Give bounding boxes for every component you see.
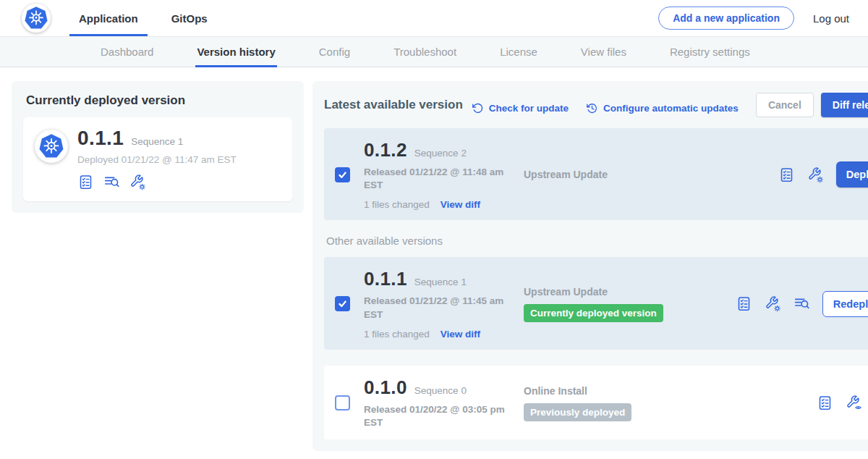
checkmark-icon bbox=[337, 169, 348, 180]
diff-action-buttons: Cancel Diff releases bbox=[756, 93, 868, 117]
redeploy-button[interactable]: Redeploy bbox=[822, 291, 868, 317]
subnav-config[interactable]: Config bbox=[318, 37, 352, 67]
version-checkbox[interactable] bbox=[335, 296, 350, 311]
other-versions-title: Other available versions bbox=[326, 235, 868, 247]
add-new-application-button[interactable]: Add a new application bbox=[658, 7, 794, 30]
subnav-version-history[interactable]: Version history bbox=[195, 37, 276, 67]
refresh-icon bbox=[472, 102, 484, 114]
files-changed-label: 1 files changed bbox=[364, 329, 430, 340]
version-row-0-1-2: 0.1.2 Sequence 2 Released 01/21/22 @ 11:… bbox=[324, 128, 868, 220]
source-label: Online Install bbox=[524, 385, 817, 397]
version-sequence-label: Sequence 0 bbox=[414, 385, 467, 396]
logout-link[interactable]: Log out bbox=[813, 12, 849, 25]
edit-config-icon[interactable] bbox=[765, 295, 781, 312]
edit-config-icon[interactable] bbox=[807, 167, 824, 183]
subnav-registry-settings[interactable]: Registry settings bbox=[668, 37, 752, 67]
version-source: Upstream Update bbox=[518, 169, 778, 180]
files-changed-label: 1 files changed bbox=[364, 199, 430, 210]
preflight-checks-icon[interactable] bbox=[817, 395, 833, 411]
deploy-button[interactable]: Deploy bbox=[836, 161, 868, 188]
configure-automatic-updates-link[interactable]: Configure automatic updates bbox=[586, 102, 739, 114]
deployed-panel-title: Currently deployed version bbox=[26, 93, 292, 108]
view-config-icon[interactable] bbox=[846, 395, 862, 411]
subnav-troubleshoot[interactable]: Troubleshoot bbox=[392, 37, 458, 67]
check-for-update-link[interactable]: Check for update bbox=[472, 102, 569, 114]
kubernetes-icon bbox=[38, 133, 64, 159]
version-number: 0.1.1 bbox=[364, 268, 407, 290]
version-source: Online Install Previously deployed bbox=[518, 385, 817, 421]
checkmark-icon bbox=[337, 298, 348, 309]
diff-releases-button[interactable]: Diff releases bbox=[821, 93, 868, 117]
source-label: Upstream Update bbox=[524, 286, 736, 298]
diff-summary: 1 files changed View diff bbox=[364, 329, 518, 340]
top-nav-right: Add a new application Log out bbox=[658, 0, 849, 36]
version-info: 0.1.2 Sequence 2 Released 01/21/22 @ 11:… bbox=[364, 139, 518, 210]
available-versions-panel: Latest available version Check for updat… bbox=[312, 81, 868, 451]
version-info: 0.1.1 Sequence 1 Released 01/21/22 @ 11:… bbox=[364, 268, 518, 339]
released-timestamp: Released 01/21/22 @ 11:48 am EST bbox=[364, 166, 507, 192]
diff-summary: 1 files changed View diff bbox=[364, 199, 518, 210]
view-diff-link[interactable]: View diff bbox=[441, 329, 480, 340]
kubernetes-icon bbox=[24, 6, 48, 30]
deployed-version-number: 0.1.1 bbox=[77, 127, 124, 150]
version-number: 0.1.2 bbox=[364, 139, 407, 161]
configure-automatic-updates-label: Configure automatic updates bbox=[603, 103, 739, 114]
version-row-0-1-0: 0.1.0 Sequence 0 Released 01/20/22 @ 03:… bbox=[324, 366, 868, 439]
source-label: Upstream Update bbox=[524, 169, 778, 180]
auto-update-schedule-icon bbox=[586, 102, 598, 114]
version-checkbox[interactable] bbox=[335, 167, 350, 182]
subnav-dashboard[interactable]: Dashboard bbox=[99, 37, 155, 67]
subnav-view-files[interactable]: View files bbox=[579, 37, 628, 67]
check-for-update-label: Check for update bbox=[489, 103, 569, 114]
cancel-button[interactable]: Cancel bbox=[756, 93, 814, 117]
version-source: Upstream Update Currently deployed versi… bbox=[518, 286, 736, 322]
tab-application-label: Application bbox=[79, 12, 138, 25]
latest-available-title: Latest available version bbox=[324, 98, 463, 112]
deployed-sequence-label: Sequence 1 bbox=[131, 136, 183, 147]
version-actions bbox=[817, 395, 868, 411]
tab-application[interactable]: Application bbox=[69, 0, 148, 36]
version-checkbox[interactable] bbox=[335, 395, 350, 410]
deployed-action-icons bbox=[77, 174, 237, 190]
version-number: 0.1.0 bbox=[364, 376, 407, 399]
view-logs-icon[interactable] bbox=[103, 174, 120, 190]
edit-config-icon[interactable] bbox=[129, 174, 146, 190]
released-timestamp: Released 01/20/22 @ 03:05 pm EST bbox=[364, 403, 507, 429]
app-tabs: Application GitOps bbox=[69, 0, 231, 36]
kubernetes-logo[interactable] bbox=[22, 4, 51, 33]
released-timestamp: Released 01/21/22 @ 11:45 am EST bbox=[364, 295, 507, 321]
version-row-0-1-1: 0.1.1 Sequence 1 Released 01/21/22 @ 11:… bbox=[324, 257, 868, 349]
view-logs-icon[interactable] bbox=[793, 295, 810, 312]
preflight-checks-icon[interactable] bbox=[778, 167, 795, 183]
app-icon bbox=[35, 130, 68, 163]
tab-gitops[interactable]: GitOps bbox=[162, 0, 217, 36]
subnav-license[interactable]: License bbox=[498, 37, 539, 67]
version-sequence-label: Sequence 2 bbox=[414, 148, 467, 159]
deployed-timestamp: Deployed 01/21/22 @ 11:47 am EST bbox=[77, 154, 237, 165]
sub-nav: Dashboard Version history Config Trouble… bbox=[0, 36, 868, 67]
version-info: 0.1.0 Sequence 0 Released 01/20/22 @ 03:… bbox=[364, 376, 518, 429]
main-content: Currently deployed version 0.1.1 Sequenc… bbox=[0, 67, 868, 451]
tab-gitops-label: GitOps bbox=[171, 12, 208, 25]
top-nav: Application GitOps Add a new application… bbox=[0, 0, 868, 36]
version-actions: Redeploy bbox=[736, 291, 868, 317]
view-diff-link[interactable]: View diff bbox=[441, 199, 480, 210]
update-links: Check for update Configure automatic upd… bbox=[472, 102, 756, 114]
previously-deployed-badge: Previously deployed bbox=[524, 403, 631, 421]
deployed-version-card: 0.1.1 Sequence 1 Deployed 01/21/22 @ 11:… bbox=[23, 117, 292, 201]
version-actions: Deploy bbox=[778, 161, 868, 188]
deployed-version-info: 0.1.1 Sequence 1 Deployed 01/21/22 @ 11:… bbox=[77, 127, 237, 190]
preflight-checks-icon[interactable] bbox=[736, 295, 752, 312]
available-panel-header: Latest available version Check for updat… bbox=[324, 93, 868, 117]
currently-deployed-panel: Currently deployed version 0.1.1 Sequenc… bbox=[12, 81, 304, 213]
currently-deployed-badge: Currently deployed version bbox=[524, 304, 663, 322]
preflight-checks-icon[interactable] bbox=[77, 174, 94, 190]
version-sequence-label: Sequence 1 bbox=[414, 277, 467, 287]
